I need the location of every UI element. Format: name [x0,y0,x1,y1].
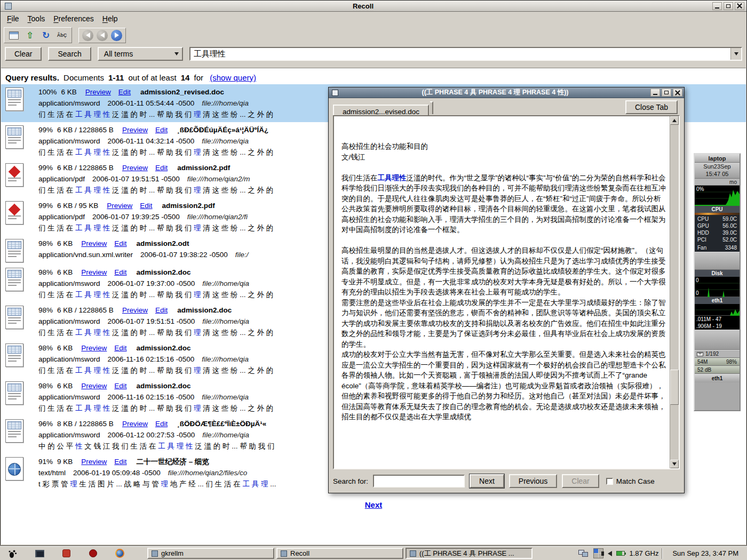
preview-search-input[interactable] [373,475,465,487]
gkrellm-hostname[interactable]: laptop [695,154,740,163]
sort-icon[interactable]: ⇧ [23,29,36,41]
result-edit-link[interactable]: Edit [118,88,131,96]
result-preview-link[interactable]: Preview [81,268,107,276]
preview-maximize-icon[interactable] [662,89,671,97]
clear-button[interactable]: Clear [5,47,42,61]
result-edit-link[interactable]: Edit [114,344,126,352]
taskbar-task-button[interactable]: gkrellm [147,548,274,559]
result-edit-link[interactable]: Edit [155,164,168,172]
find-previous-button[interactable]: Previous [509,474,557,488]
next-page-icon[interactable] [111,30,122,41]
net-timer-button[interactable]: eth1 [695,374,740,382]
results-for-word: for [194,73,204,82]
close-icon[interactable] [735,2,744,10]
scrollbar-thumb[interactable] [670,370,679,405]
preview-close-icon[interactable] [673,89,682,97]
find-next-button[interactable]: Next [470,474,504,488]
net-panel-label[interactable]: eth1 [695,297,740,304]
result-edit-link[interactable]: Edit [140,202,152,210]
highlighted-term: 工 具 理 性 [75,110,110,118]
footprint-launcher-icon[interactable] [7,548,18,559]
highlighted-term: 工 具 理 性 [75,224,110,232]
search-button[interactable]: Search [48,47,91,61]
disk-panel-label[interactable]: Disk [695,270,740,277]
preview-window: ((工 PHRASE 4 具 PHRASE 4 理 PHRASE 4 性)) a… [328,87,685,493]
result-url: file:///home/qia [202,317,249,325]
table-view-icon[interactable] [7,29,20,41]
preview-scrollbar[interactable] [670,116,679,468]
result-preview-link[interactable]: Preview [122,306,148,314]
result-edit-link[interactable]: Edit [155,420,168,428]
query-history-dropdown[interactable] [730,48,741,60]
result-preview-link[interactable]: Preview [122,126,148,134]
menu-item-help[interactable]: Help [98,13,122,25]
result-snippet: 们 生 活 在 工 具 理 性 泛 滥 的 时 ... 帮 助 我 们 理 清 … [38,365,273,376]
menu-item-preferences[interactable]: Preferences [49,13,98,25]
dark-red-app-launcher-icon[interactable] [88,548,98,559]
highlighted-term: 理 [194,148,201,156]
scroll-down-icon[interactable] [670,460,679,468]
terminal-launcher-icon[interactable] [34,548,45,559]
result-preview-link[interactable]: Preview [107,202,132,210]
result-relevance: 91% [38,458,53,466]
taskbar-task-button[interactable]: ((工 PHRASE 4 具 PHRASE ... [406,548,533,559]
result-filename: admission2.doc [177,306,232,314]
fan-value: 3348 [725,244,737,251]
temp-readout: CPU59.0C [695,215,740,222]
results-total: 14 [181,73,190,82]
result-edit-link[interactable]: Edit [114,458,126,466]
cpu-panel-label[interactable]: CPU [695,206,740,213]
firefox-launcher-icon[interactable] [114,548,125,559]
result-mimetype: application/msword [38,431,100,439]
result-preview-link[interactable]: Preview [81,239,107,247]
menu-item-tools[interactable]: Tools [23,13,50,25]
match-case-checkbox[interactable] [606,478,613,485]
net-rx-readout: .011M - 47 [695,316,740,323]
volume-icon[interactable] [608,551,612,556]
history-back-icon[interactable] [82,30,93,41]
prev-page-icon[interactable] [97,30,108,41]
maximize-icon[interactable] [724,2,733,10]
gk-temps: CPU59.0CGPU56.0CHDD39.0CPCI52.0C [695,215,740,244]
menu-item-file[interactable]: File [3,13,23,25]
results-out-of: out of at least [128,73,176,82]
result-url: file:///home/qia [202,279,249,287]
result-edit-link[interactable]: Edit [114,382,126,390]
red-app-launcher-icon[interactable] [61,548,71,559]
preview-minimize-icon[interactable] [650,89,660,97]
result-preview-link[interactable]: Preview [122,164,148,172]
gkrellm-ticker: mo [695,179,740,186]
result-preview-link[interactable]: Preview [122,420,148,428]
result-preview-link[interactable]: Preview [81,458,107,466]
taskbar-task-button[interactable]: Recoll [276,548,403,559]
result-preview-link[interactable]: Preview [85,88,111,96]
result-preview-link[interactable]: Preview [81,344,107,352]
next-page-link[interactable]: Next [365,500,383,509]
result-preview-link[interactable]: Preview [81,382,107,390]
temp-readout: GPU56.0C [695,222,740,229]
clock-time: 15:47 05 [695,170,740,178]
reload-icon[interactable]: ↻ [39,29,52,41]
mail-monitor[interactable]: 1/192 [695,350,740,358]
result-edit-link[interactable]: Edit [114,268,126,276]
clock-date: Sun23Sep [695,163,740,170]
result-edit-link[interactable]: Edit [114,239,126,247]
result-url: file:///home/qia [202,393,249,401]
find-clear-button[interactable]: Clear [562,474,599,488]
mail-count: 1/192 [705,351,719,357]
result-edit-link[interactable]: Edit [155,306,168,314]
result-edit-link[interactable]: Edit [155,126,168,134]
scroll-up-icon[interactable] [670,116,679,125]
highlighted-term: 工 具 理 [243,480,268,488]
preview-titlebar[interactable]: ((工 PHRASE 4 具 PHRASE 4 理 PHRASE 4 性)) [329,87,684,98]
minimize-icon[interactable] [712,2,722,10]
result-mimetype: application/msword [38,99,100,107]
tray-display-icon[interactable] [578,550,589,557]
show-query-link[interactable]: (show query) [210,73,256,82]
recoll-titlebar[interactable]: Recoll [1,1,746,12]
search-mode-select[interactable]: All terms [98,47,183,61]
search-query-input[interactable] [190,48,730,60]
term-explorer-icon[interactable]: ÂbÇ [55,29,68,41]
close-tab-button[interactable]: Close Tab [625,100,678,114]
memory-meter[interactable]: 54M 98% [695,358,740,366]
